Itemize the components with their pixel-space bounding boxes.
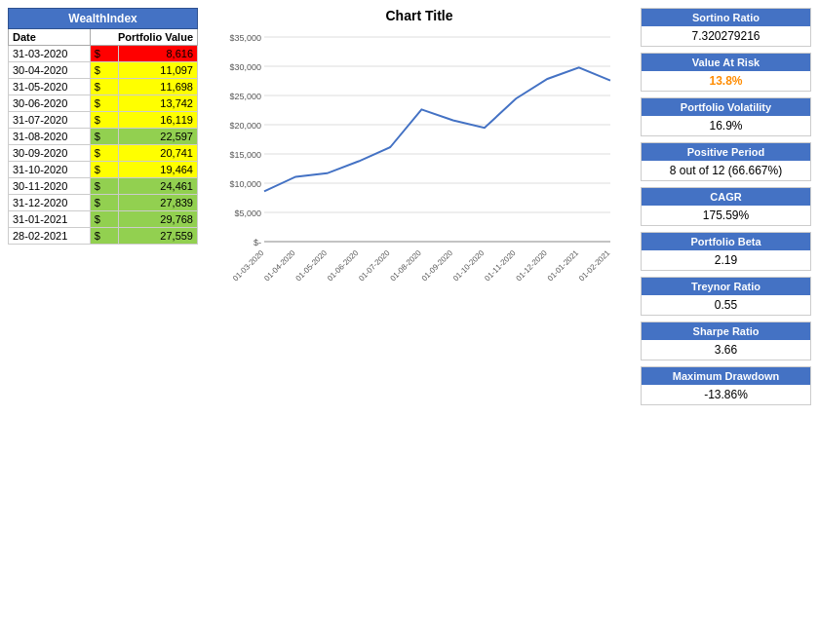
- date-cell: 31-12-2020: [9, 195, 91, 211]
- metric-label: Positive Period: [642, 143, 810, 161]
- value-cell: 11,698: [118, 79, 197, 95]
- metrics-section: Sortino Ratio7.320279216Value At Risk13.…: [641, 8, 811, 405]
- metric-value: 3.66: [642, 340, 810, 360]
- date-cell: 31-01-2021: [9, 211, 91, 228]
- table-row: 28-02-2021$27,559: [9, 228, 198, 245]
- currency-cell: $: [90, 195, 118, 211]
- svg-text:$25,000: $25,000: [229, 92, 261, 101]
- table-row: 30-06-2020$13,742: [9, 95, 198, 112]
- svg-text:01-03-2020: 01-03-2020: [231, 248, 266, 284]
- metric-value: 2.19: [642, 250, 810, 270]
- svg-text:01-01-2021: 01-01-2021: [546, 248, 581, 284]
- currency-cell: $: [90, 95, 118, 112]
- metric-label: Value At Risk: [642, 54, 810, 71]
- metric-label: Sharpe Ratio: [642, 322, 810, 340]
- svg-text:01-08-2020: 01-08-2020: [388, 248, 423, 284]
- currency-cell: $: [90, 145, 118, 162]
- currency-cell: $: [90, 46, 118, 62]
- table-row: 31-08-2020$22,597: [9, 129, 198, 145]
- svg-text:01-12-2020: 01-12-2020: [515, 248, 550, 284]
- value-cell: 29,768: [118, 211, 197, 228]
- value-cell: 20,741: [118, 145, 197, 162]
- currency-cell: $: [90, 129, 118, 145]
- metric-value: -13.86%: [642, 385, 810, 404]
- value-cell: 11,097: [118, 62, 197, 79]
- table-row: 31-05-2020$11,698: [9, 79, 198, 95]
- table-row: 31-12-2020$27,839: [9, 195, 198, 211]
- metric-label: Maximum Drawdown: [642, 367, 810, 385]
- date-cell: 28-02-2021: [9, 228, 91, 245]
- wealth-index-table: WealthIndex Date Portfolio Value 31-03-2…: [8, 8, 198, 405]
- metric-label: Treynor Ratio: [642, 278, 810, 295]
- value-cell: 27,559: [118, 228, 197, 245]
- currency-cell: $: [90, 162, 118, 178]
- currency-cell: $: [90, 211, 118, 228]
- svg-text:$35,000: $35,000: [229, 33, 261, 43]
- metric-label: Sortino Ratio: [642, 9, 810, 26]
- metric-card: Value At Risk13.8%: [641, 53, 811, 92]
- date-cell: 30-09-2020: [9, 145, 91, 162]
- table-row: 31-07-2020$16,119: [9, 112, 198, 129]
- svg-text:$20,000: $20,000: [229, 121, 261, 131]
- date-cell: 31-07-2020: [9, 112, 91, 129]
- svg-text:$30,000: $30,000: [229, 62, 261, 72]
- metric-card: Maximum Drawdown-13.86%: [641, 366, 811, 405]
- svg-text:$10,000: $10,000: [229, 179, 261, 189]
- metric-value: 13.8%: [642, 71, 810, 91]
- svg-text:$-: $-: [254, 238, 261, 247]
- metric-card: Sortino Ratio7.320279216: [641, 8, 811, 47]
- col-value-header: Portfolio Value: [90, 29, 197, 46]
- currency-cell: $: [90, 79, 118, 95]
- metric-card: Positive Period8 out of 12 (66.667%): [641, 142, 811, 181]
- table-row: 30-09-2020$20,741: [9, 145, 198, 162]
- currency-cell: $: [90, 228, 118, 245]
- value-cell: 8,616: [118, 46, 197, 62]
- svg-text:$15,000: $15,000: [229, 150, 261, 160]
- value-cell: 13,742: [118, 95, 197, 112]
- metric-value: 7.320279216: [642, 26, 810, 46]
- metric-label: Portfolio Beta: [642, 233, 810, 250]
- metric-value: 8 out of 12 (66.667%): [642, 161, 810, 180]
- value-cell: 22,597: [118, 129, 197, 145]
- date-cell: 30-04-2020: [9, 62, 91, 79]
- metric-value: 16.9%: [642, 116, 810, 135]
- chart-title: Chart Title: [386, 8, 453, 23]
- value-cell: 27,839: [118, 195, 197, 211]
- date-cell: 30-11-2020: [9, 178, 91, 195]
- currency-cell: $: [90, 178, 118, 195]
- svg-text:01-04-2020: 01-04-2020: [262, 248, 297, 284]
- date-cell: 31-05-2020: [9, 79, 91, 95]
- svg-text:$5,000: $5,000: [234, 208, 261, 218]
- svg-text:01-05-2020: 01-05-2020: [294, 248, 330, 284]
- metric-value: 175.59%: [642, 206, 810, 225]
- table-row: 31-10-2020$19,464: [9, 162, 198, 178]
- metric-card: CAGR175.59%: [641, 187, 811, 226]
- svg-text:01-06-2020: 01-06-2020: [326, 248, 361, 284]
- svg-text:01-10-2020: 01-10-2020: [451, 248, 487, 284]
- date-cell: 31-10-2020: [9, 162, 91, 178]
- table-title: WealthIndex: [9, 9, 198, 29]
- table-row: 30-04-2020$11,097: [9, 62, 198, 79]
- table-row: 30-11-2020$24,461: [9, 178, 198, 195]
- table-row: 31-03-2020$8,616: [9, 46, 198, 62]
- metric-label: Portfolio Volatility: [642, 98, 810, 116]
- table-row: 31-01-2021$29,768: [9, 211, 198, 228]
- date-cell: 30-06-2020: [9, 95, 91, 112]
- currency-cell: $: [90, 112, 118, 129]
- metric-label: CAGR: [642, 188, 810, 206]
- metric-value: 0.55: [642, 295, 810, 315]
- currency-cell: $: [90, 62, 118, 79]
- svg-text:01-02-2021: 01-02-2021: [577, 248, 612, 284]
- svg-text:01-11-2020: 01-11-2020: [483, 248, 518, 284]
- value-cell: 19,464: [118, 162, 197, 178]
- metric-card: Treynor Ratio0.55: [641, 277, 811, 316]
- metric-card: Portfolio Beta2.19: [641, 232, 811, 271]
- value-cell: 24,461: [118, 178, 197, 195]
- value-cell: 16,119: [118, 112, 197, 129]
- date-cell: 31-03-2020: [9, 46, 91, 62]
- metric-card: Portfolio Volatility16.9%: [641, 97, 811, 136]
- svg-text:01-09-2020: 01-09-2020: [420, 248, 455, 284]
- chart-section: Chart Title $-$5,000$10,000$15,000$20,00…: [206, 8, 633, 405]
- metric-card: Sharpe Ratio3.66: [641, 322, 811, 360]
- svg-text:01-07-2020: 01-07-2020: [357, 248, 392, 284]
